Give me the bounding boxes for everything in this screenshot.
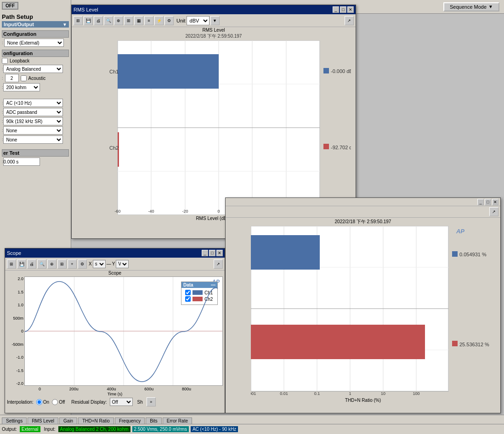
rms-toolbar-btn10[interactable]: ⚙	[164, 16, 174, 25]
spinbox[interactable]	[5, 74, 19, 82]
output-label: Output:	[2, 427, 17, 432]
svg-text:Ch1: Ch1	[109, 69, 119, 74]
rms-toolbar-btn2[interactable]: 💾	[84, 16, 93, 25]
rms-toolbar-btn6[interactable]: ⊞	[124, 16, 133, 25]
residual-dropdown[interactable]: Off	[110, 398, 133, 406]
scope-y-dropdown[interactable]: V	[116, 260, 129, 268]
svg-text:25.536312 %: 25.536312 %	[459, 342, 489, 347]
thdn-maximize-button[interactable]: □	[485, 199, 491, 205]
scope-x-400u: 400u	[107, 387, 116, 391]
scope-y-2.0: 2.0	[17, 276, 23, 281]
scope-tb2[interactable]: 💾	[17, 259, 26, 269]
svg-text:10: 10	[381, 391, 385, 396]
rms-chart-area: AP Ch1 Ch2	[99, 40, 351, 215]
sh-label: Sh	[137, 400, 143, 405]
rms-export-btn[interactable]: ↗	[345, 16, 354, 25]
acoustic-label: Acoustic	[28, 76, 46, 81]
scope-waveform-svg	[25, 277, 222, 385]
rms-maximize-button[interactable]: □	[340, 6, 346, 13]
rms-chart-title: RMS Level	[203, 28, 225, 33]
scope-export-btn[interactable]: ↗	[214, 259, 223, 269]
scope-x-0: 0	[39, 387, 41, 391]
interp-off-label[interactable]: Off	[52, 399, 65, 405]
svg-text:-20: -20	[182, 209, 188, 214]
scope-x-dropdown[interactable]: s	[93, 260, 106, 268]
svg-rect-41	[251, 235, 320, 270]
interp-on-label[interactable]: On	[36, 399, 49, 405]
scope-tb5[interactable]: ⊕	[47, 259, 57, 269]
scope-y-n1.0: -1.0	[16, 355, 23, 360]
adc-dropdown[interactable]: ADC passband	[3, 108, 63, 116]
thdn-minimize-button[interactable]: _	[477, 199, 484, 205]
sample-rate-dropdown[interactable]: 90k (192 kHz SR)	[3, 117, 63, 125]
none2-dropdown[interactable]: None	[3, 135, 63, 144]
rms-toolbar-btn1[interactable]: ⊞	[74, 16, 83, 25]
rms-toolbar-btn3[interactable]: 🖨	[94, 16, 103, 25]
thdn-export-btn[interactable]: ↗	[489, 207, 498, 216]
tab-thdn-ratio[interactable]: THD+N Ratio	[78, 417, 114, 424]
rms-chart-svg: Ch1 Ch2 -0.000 dBV -92.702 dBV -60 -40 -…	[99, 40, 351, 215]
svg-text:-0.000 dBV: -0.000 dBV	[331, 68, 351, 74]
rms-minimize-button[interactable]: _	[333, 6, 339, 13]
svg-text:0.01: 0.01	[280, 391, 288, 396]
residual-label: Residual Display:	[71, 400, 107, 405]
input-value: Analog Balanced 2 Ch, 200 kohm	[58, 426, 130, 432]
spinbox-label: :	[2, 76, 3, 80]
scope-tb7[interactable]: +	[68, 259, 77, 269]
sequence-mode-button[interactable]: Sequence Mode ▼	[443, 2, 499, 11]
ac-filter-dropdown[interactable]: AC (<10 Hz)	[3, 99, 63, 107]
rms-toolbar-btn4[interactable]: 🔍	[104, 16, 113, 25]
rms-unit-dropdown[interactable]: dBV	[187, 16, 210, 25]
time-input[interactable]	[3, 158, 40, 166]
svg-text:0: 0	[217, 209, 220, 214]
svg-rect-15	[323, 68, 329, 73]
thdn-chart-svg: Ch1 Ch2 0.054931 % 25.536312 % 0.001 0.0…	[251, 226, 497, 396]
tab-error-rate[interactable]: Error Rate	[163, 417, 192, 424]
thdn-timestamp: 2022/2/18 下午 2:59:50.197	[226, 218, 500, 226]
interp-label: Interpolation:	[7, 400, 34, 405]
scope-tb6[interactable]: ⊞	[57, 259, 67, 269]
rms-toolbar-btn8[interactable]: ≡	[144, 16, 153, 25]
tab-gain[interactable]: Gain	[59, 417, 77, 424]
loopback-checkbox[interactable]	[2, 58, 8, 64]
tab-settings[interactable]: Settings	[2, 417, 27, 424]
scope-tb3[interactable]: 🖨	[27, 259, 36, 269]
tab-frequency[interactable]: Frequency	[115, 417, 145, 424]
interp-off-radio[interactable]	[52, 399, 58, 405]
input-label: Input:	[44, 427, 56, 432]
scope-chart-container: 2.0 1.5 1.0 500m 0 -500m -1.0 -1.5 -2.0 …	[7, 276, 223, 386]
scope-tb8[interactable]: ⚙	[78, 259, 87, 269]
scope-close-button[interactable]: ✕	[216, 250, 223, 256]
off-button[interactable]: OFF	[2, 2, 18, 10]
tab-rms-level[interactable]: RMS Level	[28, 417, 58, 424]
scope-x-label: X	[89, 261, 92, 266]
scope-maximize-button[interactable]: □	[209, 250, 215, 256]
thdn-export-row: ↗	[226, 206, 500, 218]
rms-toolbar-btn5[interactable]: ⊕	[114, 16, 123, 25]
ac-value: AC (<10 Hz) - 90 kHz	[191, 426, 238, 432]
none1-dropdown[interactable]: None	[3, 126, 63, 135]
svg-rect-42	[251, 325, 425, 359]
scope-tb1[interactable]: ⊞	[7, 259, 16, 269]
input-output-dropdown-icon[interactable]: ▼	[62, 22, 67, 27]
scope-dash: —	[107, 261, 111, 266]
thdn-close-button[interactable]: ✕	[492, 199, 498, 205]
scope-minimize-button[interactable]: _	[202, 250, 208, 256]
svg-text:-92.702 dBV: -92.702 dBV	[331, 145, 351, 150]
tab-bits[interactable]: Bits	[146, 417, 162, 424]
rms-toolbar: ⊞ 💾 🖨 🔍 ⊕ ⊞ ▦ ≡ ⚡ ⚙ Unit dBV ▼ ↗	[72, 14, 356, 27]
rms-toolbar-btn7[interactable]: ▦	[134, 16, 143, 25]
scope-tb4[interactable]: 🔍	[37, 259, 46, 269]
rms-close-button[interactable]: ✕	[347, 6, 354, 13]
svg-text:100: 100	[413, 391, 419, 396]
rms-toolbar-btn9[interactable]: ⚡	[154, 16, 164, 25]
interp-off-text: Off	[59, 400, 65, 405]
interp-on-radio[interactable]	[36, 399, 42, 405]
analog-balanced-dropdown[interactable]: Analog Balanced	[3, 65, 63, 73]
rms-dropdown-btn[interactable]: ▼	[210, 16, 220, 25]
acoustic-checkbox[interactable]	[21, 75, 27, 81]
scope-toolbar: ⊞ 💾 🖨 🔍 ⊕ ⊞ + ⚙ X s — Y V ↗	[5, 258, 225, 271]
config-dropdown[interactable]: None (External)	[4, 39, 64, 47]
scope-extra-btn[interactable]: »	[147, 397, 156, 406]
impedance-dropdown[interactable]: 200 kohm	[3, 83, 40, 91]
